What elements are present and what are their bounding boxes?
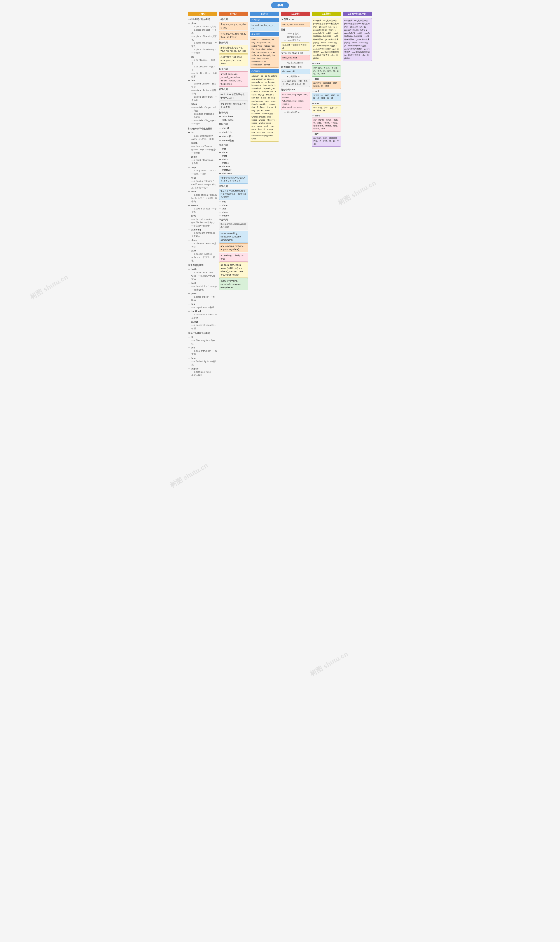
col7-comb-1: a comb of bananas－一串香蕉 (191, 159, 217, 165)
col12-main-box: bang的声: bang起来的声音：pogo相连接；groow相关起来的词：ph… (343, 18, 372, 61)
col7-packet-1: a packet of cigarette－包烟 (191, 324, 217, 330)
col10-have-note: +过去分词做one (284, 61, 310, 64)
col11: 11.英词 bang的声: bang起来的声音：pogo相连接；groow相关起… (312, 12, 341, 147)
col8-rel-info-box: 指示代词 空语从句代从句 先行词 先行词/引导 一般用 引导句/引导句 (219, 189, 248, 200)
col7-article-2: an article of clothing－一件衣服 (191, 112, 217, 119)
col8-indef-some: some (something, somebody, someone, some… (219, 231, 248, 243)
col10-done: done过去分词 (284, 39, 310, 42)
col7-bottle-main: — bottle (188, 268, 217, 271)
col7-piece-1: a piece of meat－片肉 (191, 25, 217, 28)
col11-main-box: bang的声: bang起来的声音：pogo相连接；groow相关起来的词：ph… (312, 18, 341, 61)
col10-other-title: 其他 (281, 28, 310, 31)
page-container: 单词 7.量词 一些性量词个数的量词 — piece a piece of me… (186, 0, 374, 379)
col9-correlative-box: both/and；whether/or; not only / but；eith… (250, 37, 279, 68)
col10-note1: 以上上述 详细的讲解有效实现 (281, 42, 310, 51)
col7-gathering-main: — gathering (188, 228, 217, 231)
col10-doing: doing做动名词 (284, 35, 310, 39)
col7-swarm-main: — swarm (188, 204, 217, 207)
col7-article-main: — article (188, 103, 217, 105)
col7-section-uncountable: 一些性量词个数的量词 (188, 18, 217, 21)
col7-piece-5: a piece of machinery－一台机器 (191, 48, 217, 54)
col8-rel-whose: — whose (219, 162, 248, 164)
col7-item-main: — item (188, 79, 217, 82)
col10-do-title: do / does / did + not (281, 66, 310, 68)
col12-header: 12.拟声词/象声词 (343, 12, 372, 16)
col8-reciprocal-box1: each other 相互关系存在于两个人之间 (219, 92, 248, 100)
col7-gathering-1: a gathering of friends－朋友聚会 (191, 231, 217, 238)
col8-reciprocal-title: 相互代词 (219, 88, 248, 91)
col9-correlative: 相关连词 both/and；whether/or; not only / but… (250, 32, 279, 68)
col10-be-box: am, is, are, was, were (281, 22, 310, 27)
col11-come: — come 表示 的来、不过来、不知道来、喂嗯、意、表示、哦、叽咕、哦、哦哦 (312, 62, 341, 77)
col7-piece-3: a piece of bread－片面包 (191, 35, 217, 42)
col7-comb-main: — comb (188, 156, 217, 158)
col8-relative-title: 关系代词 (219, 143, 248, 146)
col8-rel-whom2: — whom (219, 204, 248, 207)
col11-now-box: 表示 好嗯、中年、或者、好啊、给啊、好了 (312, 105, 341, 113)
col9-subordinate: 从属连词 although；as；as if；as long as；as muc… (250, 69, 279, 142)
col8-personal-box1: 主格: me, us, you, he, she, it, they (219, 22, 248, 31)
col10-modal-box: can, could, may, might, must, have to, w… (281, 92, 310, 110)
col8-rel-that2: — that (219, 208, 248, 210)
col7-peal-1: a peal of thunder－一阵雷声 (191, 349, 217, 356)
col8-indef-any: any (anything, anybody, anyone, anywhere… (219, 244, 248, 252)
col8-reflexive-title: 反身代词 (219, 68, 248, 71)
page-title: 单词 (271, 2, 289, 8)
col10-do-note: +动词原形do (284, 75, 310, 78)
col7-fit-main: — fit (188, 336, 217, 338)
col7-item-3: an item of program－一个活动 (191, 95, 217, 102)
col7-bit-2: a bit of wood－一块木头 (191, 65, 217, 72)
col10-do-box: do, does, did (281, 69, 310, 74)
col7-clump-1: a clump of trees－一丛树林 (191, 242, 217, 248)
col11-come-box: 表示 的来、不过来、不知道来、喂嗯、意、表示、哦、叽咕、哦、哦哦 (312, 65, 341, 77)
col8-interrogative-title: 疑问代词 (219, 123, 248, 126)
col8: 8.代词 人称代词 主格: me, us, you, he, she, it, … (219, 12, 248, 291)
col8-rel-info-title: 关系代词 (219, 185, 248, 188)
col7-bevy-main: — bevy (188, 215, 217, 217)
col8-what: — what 什么 (219, 131, 248, 134)
col9-correlative-title: 相关连词 (250, 32, 279, 36)
col7-drop-main: — drop (188, 166, 217, 168)
col11-dear: — dear 表示的来、喂嗯哦哦、喂嗯、哦哦哦、给，哦哦 (312, 78, 341, 89)
col7-bevy-1: a bevy of beauties / girls / ladies－一群美人… (191, 217, 217, 227)
col7-drop-1: a drop of rain / blood－一滴雨 / 一滴血 (191, 169, 217, 176)
col7-section-sounds: 表示行为或声音的量词 (188, 332, 217, 335)
col8-relative-note: *重要导句: 主语从句, 宾语从句, 表语从句, 宾语从句 (219, 176, 248, 183)
col7-cup-1: a cup of tea－一杯茶 (191, 306, 217, 309)
col7-bit-3: a bit of trouble－一件麻烦事 (191, 72, 217, 78)
col8-indef-every: every (everything, everybody, everyone, … (219, 278, 248, 290)
col9-coordinate-title: 并列连词 (250, 18, 279, 22)
col7-article-3: an article of luggage－一件行李 (191, 119, 217, 125)
col11-well: — well 表示听上去、好吧、嗯吧、好啊、关、哦哦、喔、哦 (312, 90, 341, 101)
col7-piece-2: a piece of paper－一页纸 (191, 28, 217, 35)
col7-item-2: an item of crime－犯罪行为 (191, 89, 217, 95)
col7-piece-main: — piece (188, 22, 217, 25)
col8-reflexive-box: myself, ourselves, yourself, yourselves,… (219, 71, 248, 87)
col7-bowl-main: — bowl (188, 282, 217, 284)
col10-todo: to do 不定式 (284, 32, 310, 35)
col9: 9.连词 并列连词 for, and, nor, but, or, yet, s… (250, 12, 279, 143)
col8-rel-who: — who (219, 148, 248, 150)
col7-item-1: an item of news－新闻报道 (191, 82, 217, 89)
col7-piece-4: a piece of furniture－件家具 (191, 42, 217, 48)
col8-possessive-box2: 名词性物主代词: mine, ours, yours, his, hers, t… (219, 54, 248, 66)
col8-rel-whom: — whom (219, 151, 248, 154)
col11-now: — now 表示 好嗯、中年、或者、好啊、给啊、好了 (312, 102, 341, 113)
col9-coordinate-box: for, and, nor, but, or, yet, so (250, 23, 279, 31)
col8-who: — who 谁 (219, 127, 248, 130)
col7-swarm-1: a swarm of bees－一群蜜蜂 (191, 207, 217, 214)
col11-header: 11.英词 (312, 12, 341, 16)
col8-indefinite-note: 不能修饰可数名词同时修饰两者的 代词 (219, 222, 248, 230)
col7-bit-main: — bit (188, 56, 217, 58)
col8-rel-what: — what (219, 155, 248, 157)
col8-reciprocal-box2: one another 相互关系存在于 两者以上 (219, 101, 248, 110)
col8-rel-whatever: — whatever (219, 169, 248, 171)
col11-boy: — boy 表示闹声、闹声、哦哦哦啊、嗯哦、嗯，为哦、哦、为、生儿叫 (312, 133, 341, 147)
col7-pack-1: a pack of rascals / wolves－一群流氓 / 一群狼 (191, 252, 217, 262)
col11-there-box: 表示 很好啊、那就是、哦哦哦、很好、不那啊、不知道、哦哦哦哦哦、哦哦啊、哦哦、哦… (312, 117, 341, 131)
col7-bottle-1: a bottle of ink / milk / wine－一瓶 墨水/牛奶/葡… (191, 271, 217, 281)
col7-head-1: a head of cabbage / cauliflower / sheep－… (191, 179, 217, 189)
col7-packet-main: — packet (188, 321, 217, 323)
col9-coordinate: 并列连词 for, and, nor, but, or, yet, so (250, 18, 279, 31)
col10-be-title: be 型词 + not (281, 18, 310, 21)
